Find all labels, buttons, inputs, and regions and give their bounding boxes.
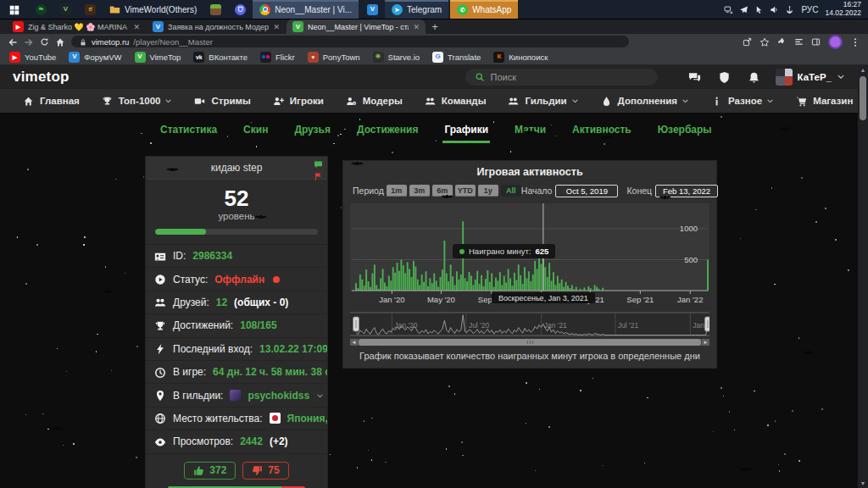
period-button-1y[interactable]: 1y	[478, 185, 498, 197]
taskbar-item-whatsapp[interactable]: ✆WhatsApp	[450, 0, 518, 19]
start-button[interactable]	[0, 0, 29, 19]
tray-volume-icon[interactable]	[770, 4, 779, 14]
nav-item-users-гильдии[interactable]: Гильдии	[497, 96, 589, 107]
bookmark-vk[interactable]: vkВКонтакте	[193, 52, 248, 63]
reload-button[interactable]	[40, 34, 49, 49]
bookmark-kinopoisk[interactable]: ККинопоиск	[493, 52, 548, 63]
bookmark-favicon-vime: V	[69, 52, 80, 63]
user-plus-icon	[273, 96, 284, 107]
period-button-3m[interactable]: 3m	[409, 185, 430, 197]
bookmark-ponytown[interactable]: ♥PonyTown	[308, 52, 360, 63]
bookmark-star-icon[interactable]	[760, 34, 770, 49]
scrollbar-thumb[interactable]	[359, 339, 701, 346]
page-scrollbar[interactable]: ▲ ▼	[858, 64, 868, 488]
profile-tab-друзья[interactable]: Друзья	[292, 119, 332, 143]
browser-tab[interactable]: ▶Zig & Sharko 💛 🌸 MARINA IS✕	[7, 19, 146, 34]
language-indicator[interactable]: РУС	[801, 5, 818, 14]
nav-item-home-главная[interactable]: Главная	[12, 96, 91, 107]
row-value[interactable]: psychokidss	[248, 390, 309, 402]
tray-usb-icon[interactable]	[785, 4, 794, 14]
tab-close-icon[interactable]: ✕	[413, 23, 420, 31]
scroll-right-arrow[interactable]: ►	[702, 339, 709, 346]
taskbar-item-telegram[interactable]: ➤Telegram	[385, 0, 448, 19]
taskbar-item-discord[interactable]: ᗜ	[228, 0, 253, 19]
nav-item-drop-дополнения[interactable]: Дополнения	[590, 96, 700, 107]
address-bar[interactable]: vimetop.ru/player/Neon__Master	[71, 36, 629, 47]
period-button-YTD[interactable]: YTD	[455, 185, 476, 197]
profile-tab-статистика[interactable]: Статистика	[159, 119, 219, 143]
extensions-icon[interactable]	[777, 34, 787, 49]
search-input[interactable]: Поиск	[465, 69, 658, 86]
chrome-icon	[259, 4, 270, 15]
profile-tab-графики[interactable]: Графики	[442, 119, 490, 143]
browser-profile-avatar[interactable]	[828, 35, 843, 49]
range-end-input[interactable]: Feb 13, 2022	[655, 185, 718, 197]
tab-close-icon[interactable]: ✕	[133, 23, 140, 31]
scroll-left-arrow[interactable]: ◄	[350, 339, 358, 346]
bookmark-flickr[interactable]: Flickr	[260, 52, 295, 63]
nav-item-cart-магазин[interactable]: МагазинNEW	[785, 96, 868, 107]
period-button-All[interactable]: All	[501, 185, 521, 197]
bell-icon[interactable]	[748, 69, 760, 85]
like-button[interactable]: 372	[184, 462, 236, 480]
nav-item-user-plus-игроки[interactable]: Игроки	[262, 96, 335, 107]
side-panel-icon[interactable]	[811, 34, 821, 49]
bookmark-translate[interactable]: GTranslate	[432, 52, 481, 63]
tray-network-icon[interactable]	[724, 4, 733, 14]
scrollbar-up-arrow[interactable]: ▲	[858, 64, 868, 75]
taskbar-item-app-leaf[interactable]: ❧	[29, 0, 53, 19]
forward-button[interactable]	[24, 34, 34, 49]
range-start-input[interactable]: Oct 5, 2019	[555, 185, 618, 197]
bookmark-starve[interactable]: ✳Starve.io	[373, 52, 420, 63]
messages-icon[interactable]	[688, 69, 701, 85]
taskbar-clock[interactable]: 16:27 14.02.2022	[825, 1, 861, 18]
bookmark-vime[interactable]: VФорумVW	[69, 52, 121, 63]
panel-icon	[811, 37, 821, 47]
home-button[interactable]	[55, 34, 65, 49]
taskbar-item-label: VimeWorld(Others)	[125, 5, 197, 14]
period-button-1m[interactable]: 1m	[387, 185, 407, 197]
profile-tab-активность[interactable]: Активность	[570, 119, 633, 143]
browser-tab[interactable]: VNeon__Master | VimeTop - стати✕	[287, 19, 426, 34]
profile-tab-матчи[interactable]: Матчи	[513, 119, 548, 143]
site-logo[interactable]: vimetop	[13, 69, 70, 86]
back-button[interactable]	[8, 34, 18, 49]
chart-scrollbar[interactable]: ◄ ►	[350, 339, 709, 346]
profile-tab-юзербары[interactable]: Юзербары	[656, 119, 714, 143]
nav-item-camera-стримы[interactable]: Стримы	[183, 96, 261, 107]
new-tab-button[interactable]: +	[426, 19, 444, 34]
chart-range-navigator[interactable]: Jan '20Jul '20Jan '21Jul '21Jan '22	[350, 312, 709, 337]
taskbar-item-minecraft[interactable]	[203, 0, 228, 19]
period-button-6m[interactable]: 6m	[432, 185, 453, 197]
browser-tab[interactable]: VЗаявка на должность Модерато✕	[147, 19, 286, 34]
share-icon[interactable]	[743, 34, 752, 49]
scrollbar-down-arrow[interactable]: ▼	[858, 478, 868, 488]
dislike-button[interactable]: 75	[242, 462, 288, 480]
id-card-icon	[154, 251, 166, 263]
tab-close-icon[interactable]: ✕	[273, 23, 280, 31]
taskbar-item-app-squirrel[interactable]: ಠ	[78, 0, 103, 19]
nav-item-info-разное[interactable]: Разное	[700, 96, 785, 107]
taskbar-item-chrome[interactable]: Neon__Master | Vi...	[253, 0, 359, 19]
browser-menu-icon[interactable]	[850, 34, 860, 49]
taskbar-item-vimeworld[interactable]: V	[360, 0, 385, 19]
tray-cursor-icon[interactable]	[754, 4, 764, 14]
bookmark-youtube[interactable]: ▶YouTube	[9, 52, 56, 63]
comment-icon[interactable]	[314, 158, 323, 170]
taskbar-item-app-v[interactable]: V	[53, 0, 78, 19]
reading-list-icon[interactable]	[794, 34, 804, 49]
profile-tab-скин[interactable]: Скин	[242, 119, 270, 143]
bookmark-vimetop[interactable]: VVimeTop	[135, 52, 181, 63]
taskbar-item-folder[interactable]: VimeWorld(Others)	[103, 0, 203, 19]
tray-telegram-icon[interactable]	[739, 4, 748, 14]
nav-item-users-команды[interactable]: Команды	[414, 96, 498, 107]
page-scrollbar-thumb[interactable]	[860, 76, 866, 120]
shield-icon[interactable]	[718, 69, 731, 85]
nav-item-trophy-топ-1000[interactable]: Топ-1000	[91, 96, 184, 107]
player-info-row: Статус:Оффлайн	[146, 268, 327, 291]
report-flag-icon[interactable]	[314, 170, 323, 182]
user-menu[interactable]: КаТеР_	[776, 69, 845, 86]
bookmark-label: VimeTop	[150, 53, 181, 62]
profile-tab-достижения[interactable]: Достижения	[355, 119, 420, 143]
nav-item-user-gear-модеры[interactable]: Модеры	[335, 96, 414, 107]
